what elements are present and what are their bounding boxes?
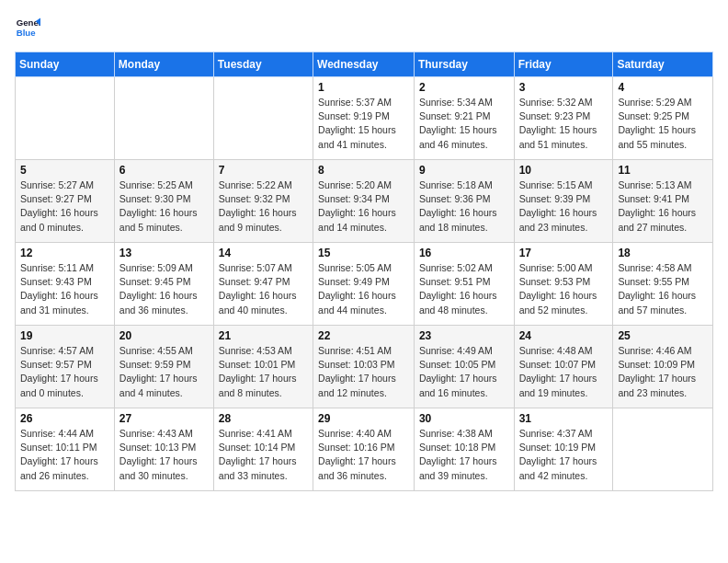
day-number: 26: [20, 412, 109, 425]
day-info: Sunrise: 4:53 AMSunset: 10:01 PMDaylight…: [219, 344, 308, 400]
calendar-day-cell: 16Sunrise: 5:02 AMSunset: 9:51 PMDayligh…: [414, 243, 514, 326]
day-info: Sunrise: 4:57 AMSunset: 9:57 PMDaylight:…: [20, 344, 109, 400]
empty-day-cell: [16, 77, 115, 160]
calendar-day-cell: 3Sunrise: 5:32 AMSunset: 9:23 PMDaylight…: [514, 77, 613, 160]
day-number: 7: [219, 164, 308, 177]
day-number: 1: [318, 81, 409, 94]
header-day-sunday: Sunday: [16, 52, 115, 77]
calendar-day-cell: 21Sunrise: 4:53 AMSunset: 10:01 PMDaylig…: [213, 326, 313, 408]
day-info: Sunrise: 4:41 AMSunset: 10:14 PMDaylight…: [219, 427, 308, 483]
day-info: Sunrise: 4:43 AMSunset: 10:13 PMDaylight…: [119, 427, 209, 483]
day-number: 11: [618, 164, 708, 177]
day-info: Sunrise: 4:46 AMSunset: 10:09 PMDaylight…: [618, 344, 708, 400]
day-number: 15: [318, 247, 409, 259]
day-info: Sunrise: 5:05 AMSunset: 9:49 PMDaylight:…: [318, 261, 409, 317]
calendar-day-cell: 10Sunrise: 5:15 AMSunset: 9:39 PMDayligh…: [514, 160, 613, 243]
page-header: General Blue: [15, 15, 713, 40]
calendar-day-cell: 19Sunrise: 4:57 AMSunset: 9:57 PMDayligh…: [16, 326, 115, 408]
day-info: Sunrise: 4:38 AMSunset: 10:18 PMDaylight…: [419, 427, 509, 483]
header-day-wednesday: Wednesday: [313, 52, 415, 77]
day-number: 4: [618, 81, 708, 94]
day-number: 9: [419, 164, 509, 177]
header-day-thursday: Thursday: [414, 52, 514, 77]
logo-icon: General Blue: [15, 15, 40, 40]
empty-day-cell: [114, 77, 213, 160]
day-number: 8: [318, 164, 409, 177]
calendar-day-cell: 24Sunrise: 4:48 AMSunset: 10:07 PMDaylig…: [514, 326, 613, 408]
day-info: Sunrise: 5:34 AMSunset: 9:21 PMDaylight:…: [419, 96, 509, 152]
day-number: 30: [419, 412, 509, 425]
calendar-day-cell: 8Sunrise: 5:20 AMSunset: 9:34 PMDaylight…: [313, 160, 415, 243]
calendar-day-cell: 20Sunrise: 4:55 AMSunset: 9:59 PMDayligh…: [114, 326, 213, 408]
day-info: Sunrise: 5:32 AMSunset: 9:23 PMDaylight:…: [519, 96, 609, 152]
header-day-tuesday: Tuesday: [213, 52, 313, 77]
day-number: 24: [519, 329, 609, 342]
day-number: 16: [419, 247, 509, 259]
day-number: 10: [519, 164, 609, 177]
day-number: 14: [219, 247, 308, 259]
day-number: 21: [219, 329, 308, 342]
day-info: Sunrise: 5:37 AMSunset: 9:19 PMDaylight:…: [318, 96, 409, 152]
day-info: Sunrise: 5:27 AMSunset: 9:27 PMDaylight:…: [20, 178, 109, 235]
day-info: Sunrise: 5:18 AMSunset: 9:36 PMDaylight:…: [419, 178, 509, 235]
day-number: 18: [618, 247, 708, 259]
day-number: 3: [519, 81, 609, 94]
calendar-day-cell: 29Sunrise: 4:40 AMSunset: 10:16 PMDaylig…: [313, 408, 415, 491]
calendar-day-cell: 14Sunrise: 5:07 AMSunset: 9:47 PMDayligh…: [213, 243, 313, 326]
day-number: 17: [519, 247, 609, 259]
calendar-day-cell: 6Sunrise: 5:25 AMSunset: 9:30 PMDaylight…: [114, 160, 213, 243]
day-number: 31: [519, 412, 609, 425]
calendar-day-cell: 27Sunrise: 4:43 AMSunset: 10:13 PMDaylig…: [114, 408, 213, 491]
calendar-day-cell: 25Sunrise: 4:46 AMSunset: 10:09 PMDaylig…: [613, 326, 713, 408]
day-number: 27: [119, 412, 209, 425]
day-number: 22: [318, 329, 409, 342]
day-info: Sunrise: 4:49 AMSunset: 10:05 PMDaylight…: [419, 344, 509, 400]
day-info: Sunrise: 5:02 AMSunset: 9:51 PMDaylight:…: [419, 261, 509, 317]
day-info: Sunrise: 5:11 AMSunset: 9:43 PMDaylight:…: [20, 261, 109, 317]
calendar-week-row: 1Sunrise: 5:37 AMSunset: 9:19 PMDaylight…: [16, 77, 713, 160]
day-info: Sunrise: 5:07 AMSunset: 9:47 PMDaylight:…: [219, 261, 308, 317]
day-info: Sunrise: 5:29 AMSunset: 9:25 PMDaylight:…: [618, 96, 708, 152]
calendar-day-cell: 15Sunrise: 5:05 AMSunset: 9:49 PMDayligh…: [313, 243, 415, 326]
calendar-day-cell: 22Sunrise: 4:51 AMSunset: 10:03 PMDaylig…: [313, 326, 415, 408]
svg-text:General: General: [17, 17, 40, 28]
calendar-table: SundayMondayTuesdayWednesdayThursdayFrid…: [15, 52, 713, 491]
day-number: 6: [119, 164, 209, 177]
day-number: 28: [219, 412, 308, 425]
day-info: Sunrise: 4:44 AMSunset: 10:11 PMDaylight…: [20, 427, 109, 483]
empty-day-cell: [613, 408, 713, 491]
calendar-day-cell: 13Sunrise: 5:09 AMSunset: 9:45 PMDayligh…: [114, 243, 213, 326]
calendar-week-row: 19Sunrise: 4:57 AMSunset: 9:57 PMDayligh…: [16, 326, 713, 408]
calendar-day-cell: 17Sunrise: 5:00 AMSunset: 9:53 PMDayligh…: [514, 243, 613, 326]
calendar-day-cell: 7Sunrise: 5:22 AMSunset: 9:32 PMDaylight…: [213, 160, 313, 243]
calendar-day-cell: 4Sunrise: 5:29 AMSunset: 9:25 PMDaylight…: [613, 77, 713, 160]
calendar-day-cell: 28Sunrise: 4:41 AMSunset: 10:14 PMDaylig…: [213, 408, 313, 491]
calendar-day-cell: 26Sunrise: 4:44 AMSunset: 10:11 PMDaylig…: [16, 408, 115, 491]
calendar-day-cell: 9Sunrise: 5:18 AMSunset: 9:36 PMDaylight…: [414, 160, 514, 243]
header-day-saturday: Saturday: [613, 52, 713, 77]
calendar-header-row: SundayMondayTuesdayWednesdayThursdayFrid…: [16, 52, 713, 77]
day-number: 29: [318, 412, 409, 425]
day-info: Sunrise: 4:40 AMSunset: 10:16 PMDaylight…: [318, 427, 409, 483]
day-info: Sunrise: 4:55 AMSunset: 9:59 PMDaylight:…: [119, 344, 209, 400]
calendar-week-row: 26Sunrise: 4:44 AMSunset: 10:11 PMDaylig…: [16, 408, 713, 491]
calendar-day-cell: 18Sunrise: 4:58 AMSunset: 9:55 PMDayligh…: [613, 243, 713, 326]
day-info: Sunrise: 5:00 AMSunset: 9:53 PMDaylight:…: [519, 261, 609, 317]
day-info: Sunrise: 4:51 AMSunset: 10:03 PMDaylight…: [318, 344, 409, 400]
day-info: Sunrise: 4:48 AMSunset: 10:07 PMDaylight…: [519, 344, 609, 400]
day-number: 5: [20, 164, 109, 177]
day-info: Sunrise: 5:22 AMSunset: 9:32 PMDaylight:…: [219, 178, 308, 235]
day-info: Sunrise: 4:37 AMSunset: 10:19 PMDaylight…: [519, 427, 609, 483]
header-day-monday: Monday: [114, 52, 213, 77]
day-info: Sunrise: 5:25 AMSunset: 9:30 PMDaylight:…: [119, 178, 209, 235]
day-number: 13: [119, 247, 209, 259]
calendar-day-cell: 12Sunrise: 5:11 AMSunset: 9:43 PMDayligh…: [16, 243, 115, 326]
calendar-week-row: 5Sunrise: 5:27 AMSunset: 9:27 PMDaylight…: [16, 160, 713, 243]
calendar-day-cell: 5Sunrise: 5:27 AMSunset: 9:27 PMDaylight…: [16, 160, 115, 243]
day-info: Sunrise: 5:09 AMSunset: 9:45 PMDaylight:…: [119, 261, 209, 317]
day-info: Sunrise: 5:15 AMSunset: 9:39 PMDaylight:…: [519, 178, 609, 235]
day-number: 19: [20, 329, 109, 342]
calendar-week-row: 12Sunrise: 5:11 AMSunset: 9:43 PMDayligh…: [16, 243, 713, 326]
svg-text:Blue: Blue: [17, 28, 36, 38]
calendar-day-cell: 1Sunrise: 5:37 AMSunset: 9:19 PMDaylight…: [313, 77, 415, 160]
